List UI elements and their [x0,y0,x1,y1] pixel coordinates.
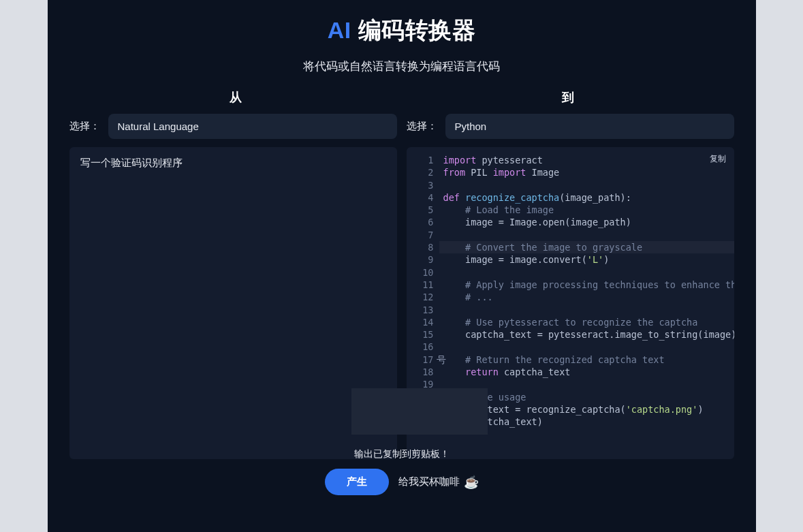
title-ai: AI [328,17,351,43]
code-line: from PIL import Image [443,166,727,178]
line-number: 8 [407,241,434,253]
line-number: 1 [407,154,434,166]
line-number: 2 [407,166,434,178]
code-line: # Load the image [443,204,727,216]
app-container: AI 编码转换器 将代码或自然语言转换为编程语言代码 从 到 选择： Natur… [48,0,756,532]
copy-button[interactable]: 复制 [708,153,727,166]
input-panel[interactable]: 写一个验证码识别程序 [69,147,397,459]
line-number: 6 [407,216,434,228]
line-number: 5 [407,204,434,216]
code-line: # ... [443,291,727,303]
to-label: 到 [402,89,734,106]
to-select-label: 选择： [407,120,437,133]
code-line [443,229,727,241]
line-number: 15 [407,328,434,341]
code-line: return captcha_text [443,366,727,378]
line-number: 11 [407,279,434,291]
from-selector-holder: 选择： Natural Language [69,114,397,139]
line-number: 18 [407,366,434,378]
code-line [443,304,727,316]
from-language-select[interactable]: Natural Language [108,114,397,139]
input-text[interactable]: 写一个验证码识别程序 [69,147,397,179]
coffee-label: 给我买杯咖啡 [398,475,460,488]
page-subtitle: 将代码或自然语言转换为编程语言代码 [48,59,756,74]
line-number: 3 [407,179,434,191]
code-line [443,179,727,191]
buy-coffee-link[interactable]: 给我买杯咖啡 ☕ [398,475,479,488]
line-number: 13 [407,304,434,316]
code-line: def recognize_captcha(image_path): [443,191,727,204]
line-number: 12 [407,291,434,303]
code-line: image = image.convert('L') [443,253,727,266]
selectors-row: 选择： Natural Language 选择： Python [48,114,756,139]
code-line: # Return the recognized captcha text [443,354,727,366]
to-language-select[interactable]: Python [445,114,734,139]
action-row: 产生 给我买杯咖啡 ☕ [325,469,479,495]
line-number: 9 [407,253,434,266]
line-number: 4 [407,191,434,204]
page-title: AI 编码转换器 [48,15,756,46]
code-line: image = Image.open(image_path) [443,216,727,228]
copied-toast: 输出已复制到剪贴板！ [354,448,450,460]
from-label: 从 [69,89,402,106]
from-select-label: 选择： [69,120,100,133]
to-selector-holder: 选择： Python [407,114,734,139]
code-line: import pytesseract [443,154,727,166]
code-line: # Apply image processing techniques to e… [443,279,727,291]
line-number: 7 [407,229,434,241]
code-line [443,341,727,353]
line-number: 17 [407,354,434,366]
code-line: captcha_text = pytesseract.image_to_stri… [443,328,727,341]
line-number: 10 [407,266,434,279]
code-line: # Convert the image to grayscale [443,241,727,253]
code-line: # Use pytesseract to recognize the captc… [443,316,727,328]
generate-button[interactable]: 产生 [325,469,389,495]
column-labels: 从 到 [48,89,756,106]
overlay-block [351,388,488,435]
line-number: 16 [407,341,434,353]
coffee-icon: ☕ [464,476,479,488]
title-rest: 编码转换器 [351,17,475,43]
line-number: 14 [407,316,434,328]
code-line [443,266,727,279]
